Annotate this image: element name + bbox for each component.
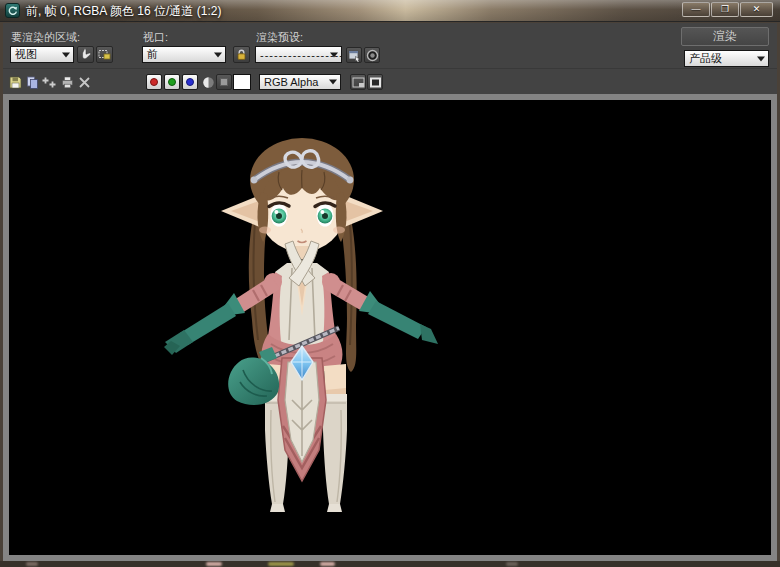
app-icon xyxy=(5,3,20,18)
render-mode-value: 产品级 xyxy=(689,51,722,66)
toggle-ui-filled-button[interactable] xyxy=(367,74,383,90)
canvas-frame xyxy=(3,94,777,561)
titlebar[interactable]: 前, 帧 0, RGBA 颜色 16 位/通道 (1:2) — ❐ ✕ xyxy=(0,0,780,22)
render-button-label: 渲染 xyxy=(713,28,737,45)
teapot-refresh-icon xyxy=(7,5,18,16)
alpha-channel-button[interactable] xyxy=(216,74,232,90)
blue-channel-button[interactable] xyxy=(182,74,198,90)
render-setup-button[interactable] xyxy=(346,47,362,63)
viewport-value: 前 xyxy=(147,47,158,62)
copy-image-button[interactable] xyxy=(24,74,40,90)
border-smudge xyxy=(320,562,335,566)
clone-window-button[interactable] xyxy=(41,74,57,90)
border-smudge xyxy=(268,562,294,566)
save-image-button[interactable] xyxy=(7,74,23,90)
monochrome-button[interactable] xyxy=(200,74,216,90)
environment-icon xyxy=(366,49,379,62)
toggle-ui-overlay-button[interactable] xyxy=(350,74,366,90)
window-title: 前, 帧 0, RGBA 颜色 16 位/通道 (1:2) xyxy=(26,0,221,22)
save-icon xyxy=(9,76,22,89)
chevron-down-icon xyxy=(330,52,338,57)
green-channel-button[interactable] xyxy=(164,74,180,90)
minimize-icon: — xyxy=(692,4,701,14)
render-canvas[interactable] xyxy=(9,100,771,555)
environment-effects-button[interactable] xyxy=(364,47,380,63)
channel-display-select[interactable]: RGB Alpha xyxy=(259,74,341,90)
clear-icon xyxy=(78,76,91,89)
close-icon: ✕ xyxy=(753,4,761,14)
layout-filled-icon xyxy=(369,76,382,89)
chevron-down-icon xyxy=(329,80,337,85)
maximize-icon: ❐ xyxy=(721,4,729,14)
auto-region-button[interactable] xyxy=(96,46,113,63)
chevron-down-icon xyxy=(214,52,222,57)
render-mode-select[interactable]: 产品级 xyxy=(684,50,769,67)
border-smudge xyxy=(26,562,38,566)
chevron-down-icon xyxy=(62,52,70,57)
render-button[interactable]: 渲染 xyxy=(681,27,769,46)
clone-window-icon xyxy=(42,76,56,89)
render-controls-toolbar: 要渲染的区域: 视图 视口: 前 渲染预设: xyxy=(3,23,777,68)
area-to-render-label: 要渲染的区域: xyxy=(11,30,80,45)
red-channel-icon xyxy=(150,78,158,86)
minimize-button[interactable]: — xyxy=(682,2,710,17)
image-tools-toolbar: RGB Alpha xyxy=(3,68,777,94)
alpha-channel-icon xyxy=(220,78,228,86)
layout-overlay-icon xyxy=(352,76,365,89)
border-smudge xyxy=(206,562,222,566)
viewport-lock-button[interactable] xyxy=(233,46,250,63)
viewport-select[interactable]: 前 xyxy=(142,46,226,63)
window-bottom-border xyxy=(0,561,780,567)
channel-display-value: RGB Alpha xyxy=(264,76,318,88)
print-image-button[interactable] xyxy=(59,74,75,90)
blue-channel-icon xyxy=(186,78,194,86)
viewport-lock-icon xyxy=(235,48,248,61)
character-render xyxy=(9,100,771,555)
green-channel-icon xyxy=(168,78,176,86)
edit-region-icon xyxy=(79,48,92,61)
render-preset-label: 渲染预设: xyxy=(256,30,303,45)
auto-region-icon xyxy=(98,48,111,61)
copy-icon xyxy=(26,76,39,89)
maximize-button[interactable]: ❐ xyxy=(711,2,739,17)
render-setup-icon xyxy=(348,49,361,62)
monochrome-icon xyxy=(202,76,215,89)
chevron-down-icon xyxy=(757,56,765,61)
area-to-render-value: 视图 xyxy=(15,47,37,62)
close-button[interactable]: ✕ xyxy=(740,2,773,17)
area-to-render-select[interactable]: 视图 xyxy=(10,46,74,63)
background-color-swatch[interactable] xyxy=(233,74,251,90)
edit-region-button[interactable] xyxy=(77,46,94,63)
viewport-label: 视口: xyxy=(143,30,168,45)
render-frame-window: 前, 帧 0, RGBA 颜色 16 位/通道 (1:2) — ❐ ✕ 要渲染的… xyxy=(0,0,780,567)
window-controls: — ❐ ✕ xyxy=(681,2,773,17)
red-channel-button[interactable] xyxy=(146,74,162,90)
border-smudge xyxy=(506,562,518,566)
render-preset-select[interactable]: ------------------- xyxy=(255,46,342,63)
clear-image-button[interactable] xyxy=(76,74,92,90)
print-icon xyxy=(61,76,74,89)
